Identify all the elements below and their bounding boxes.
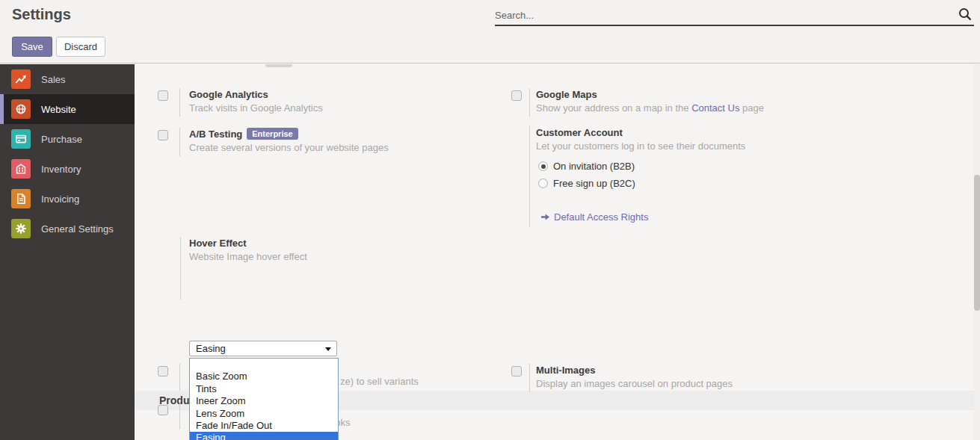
- ab-testing-label: A/B Testing: [189, 128, 242, 140]
- radio-on-invitation-label: On invitation (B2B): [553, 161, 635, 172]
- sidebar: Sales Website Purchase Inventory: [0, 64, 135, 440]
- hover-effect-desc: Website Image hover effect: [189, 251, 307, 262]
- google-maps-desc-after: page: [739, 102, 764, 114]
- document-icon: [11, 189, 31, 208]
- hover-effect-selected-value: Easing: [196, 343, 226, 354]
- ab-testing-title: A/B TestingEnterprise: [189, 128, 298, 140]
- dropdown-option[interactable]: Fade In/Fade Out: [190, 420, 338, 432]
- row-separator: [179, 364, 180, 391]
- select-caret-icon: [325, 347, 331, 351]
- dropdown-option[interactable]: Ineer Zoom: [190, 395, 338, 407]
- google-maps-desc-before: Show your address on a map in the: [536, 102, 691, 114]
- discard-button[interactable]: Discard: [56, 37, 105, 57]
- globe-icon: [11, 99, 31, 119]
- radio-on-invitation[interactable]: [538, 161, 548, 171]
- sidebar-item-label: Purchase: [41, 134, 82, 145]
- dropdown-option[interactable]: [190, 359, 338, 371]
- dropdown-option[interactable]: Lens Zoom: [190, 408, 338, 420]
- warehouse-icon: [11, 159, 31, 179]
- contact-us-link[interactable]: Contact Us: [691, 102, 739, 114]
- scrollbar-track[interactable]: [974, 64, 980, 440]
- customer-account-title: Customer Account: [536, 127, 623, 138]
- settings-page: Settings Save Discard Sales Website: [0, 0, 980, 440]
- sidebar-item-purchase[interactable]: Purchase: [0, 124, 135, 154]
- save-button[interactable]: Save: [12, 37, 52, 57]
- sidebar-item-website[interactable]: Website: [0, 94, 135, 124]
- variants-desc-fragment: ze) to sell variants: [340, 376, 419, 387]
- multi-images-checkbox[interactable]: [511, 366, 522, 377]
- enterprise-badge: Enterprise: [247, 128, 298, 140]
- search-input[interactable]: [495, 7, 947, 23]
- hover-effect-select[interactable]: Easing: [189, 341, 337, 356]
- row-separator: [529, 364, 530, 392]
- google-maps-title: Google Maps: [536, 89, 597, 100]
- arrow-right-icon: [540, 212, 550, 222]
- row-separator: [529, 88, 530, 117]
- dropdown-option[interactable]: Tints: [190, 383, 338, 395]
- sidebar-item-label: Invoicing: [41, 193, 79, 205]
- google-analytics-checkbox[interactable]: [158, 90, 168, 101]
- dropdown-option[interactable]: Basic Zoom: [190, 371, 338, 382]
- variants-checkbox[interactable]: [158, 366, 168, 377]
- row-separator: [180, 237, 181, 300]
- radio-free-sign-up-label: Free sign up (B2C): [553, 178, 635, 189]
- ab-testing-desc: Create several versions of your website …: [189, 142, 389, 153]
- sidebar-item-label: Website: [41, 104, 76, 115]
- active-item-stripe: [0, 94, 4, 124]
- google-maps-checkbox[interactable]: [511, 90, 522, 101]
- search-icon[interactable]: [958, 7, 973, 22]
- multi-images-title: Multi-Images: [536, 365, 595, 376]
- sidebar-item-invoicing[interactable]: Invoicing: [0, 184, 135, 214]
- sidebar-item-label: Sales: [41, 74, 66, 85]
- default-access-rights-label: Default Access Rights: [554, 211, 648, 223]
- default-access-rights-link[interactable]: Default Access Rights: [540, 211, 648, 223]
- sidebar-item-label: General Settings: [41, 223, 114, 235]
- sidebar-item-inventory[interactable]: Inventory: [0, 154, 135, 184]
- multi-images-desc: Display an images carousel on product pa…: [536, 378, 733, 389]
- top-bar: Settings Save Discard: [0, 0, 980, 63]
- settings-content: Google Analytics Track visits in Google …: [135, 64, 974, 440]
- google-analytics-title: Google Analytics: [189, 89, 268, 100]
- customer-account-desc: Let your customers log in to see their d…: [536, 140, 745, 152]
- sidebar-item-sales[interactable]: Sales: [0, 64, 135, 94]
- row-separator: [179, 88, 180, 117]
- google-maps-desc: Show your address on a map in the Contac…: [536, 102, 764, 114]
- google-analytics-desc: Track visits in Google Analytics: [189, 102, 323, 114]
- scrolled-partial-element: [265, 64, 292, 67]
- hover-effect-dropdown: Basic ZoomTintsIneer ZoomLens ZoomFade I…: [189, 358, 339, 440]
- ab-testing-checkbox[interactable]: [158, 130, 168, 140]
- credit-card-icon: [11, 129, 31, 149]
- hover-effect-title: Hover Effect: [189, 238, 247, 249]
- scrollbar-thumb[interactable]: [974, 175, 980, 311]
- row-separator: [179, 403, 180, 430]
- sidebar-item-label: Inventory: [41, 164, 81, 175]
- digital-content-checkbox[interactable]: [158, 405, 168, 415]
- page-title: Settings: [12, 6, 71, 23]
- search-box: [495, 4, 974, 26]
- row-separator: [529, 126, 530, 227]
- radio-free-sign-up[interactable]: [538, 179, 548, 188]
- gear-icon: [11, 219, 31, 238]
- row-separator: [179, 128, 180, 156]
- sidebar-item-general-settings[interactable]: General Settings: [0, 214, 135, 244]
- dropdown-option[interactable]: Easing: [190, 432, 338, 440]
- sales-chart-icon: [11, 69, 31, 89]
